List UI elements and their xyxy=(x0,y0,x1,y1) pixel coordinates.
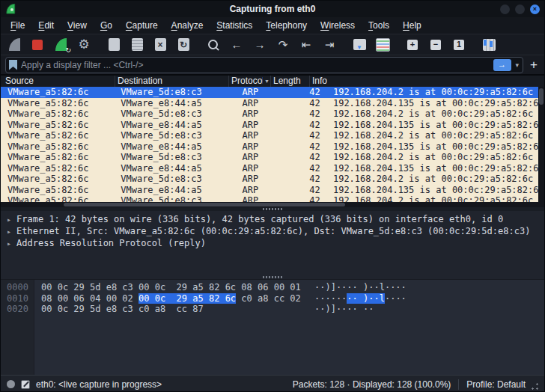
column-header-source[interactable]: Source ▼ xyxy=(1,76,115,87)
column-header-destination[interactable]: Destination ▼ xyxy=(115,76,229,87)
hex-bytes[interactable]: 00 0c 29 5d e8 c3 c0 a8 cc 87 xyxy=(41,304,301,315)
menu-item-view[interactable]: View xyxy=(61,18,94,33)
cell-length: 42 xyxy=(287,174,326,185)
hex-line[interactable]: 001008 00 06 04 00 02 00 0c 29 a5 82 6c … xyxy=(1,293,544,304)
packet-row[interactable]: VMware_a5:82:6c VMware_e8:44:a5 ARP 42 1… xyxy=(1,163,544,174)
detail-tree-line[interactable]: ▸Frame 1: 42 bytes on wire (336 bits), 4… xyxy=(1,213,544,225)
hex-ascii[interactable]: ········ )··l···· xyxy=(314,293,407,304)
cell-destination: VMware_e8:44:a5 xyxy=(121,141,234,153)
zoom-out-button[interactable]: − xyxy=(427,37,445,53)
column-header-protocol[interactable]: Protocol ▼ xyxy=(229,76,271,87)
bookmark-icon[interactable] xyxy=(9,60,17,70)
add-filter-button[interactable]: + xyxy=(528,58,540,71)
expand-triangle-icon[interactable]: ▸ xyxy=(7,215,11,224)
resize-grip[interactable] xyxy=(532,383,538,390)
close-file-button[interactable]: × xyxy=(151,37,169,53)
reload-file-button[interactable]: ↻ xyxy=(174,37,192,53)
stop-capture-button[interactable] xyxy=(28,37,46,53)
column-header-length[interactable]: Length ▼ xyxy=(271,76,310,87)
colorize-button[interactable] xyxy=(374,37,392,53)
hex-ascii[interactable]: ··)]···· )··l···· xyxy=(314,282,407,293)
restart-capture-button[interactable] xyxy=(52,37,70,53)
packet-list-vertical-scrollbar[interactable] xyxy=(538,87,544,207)
auto-scroll-button[interactable] xyxy=(350,37,368,53)
go-back-button[interactable]: ← xyxy=(228,37,246,53)
menu-item-label: Analyze xyxy=(171,20,204,31)
packet-row[interactable]: VMware_a5:82:6c VMware_5d:e8:c3 ARP 42 1… xyxy=(1,174,544,185)
menu-item-label: Telephony xyxy=(266,20,307,31)
hex-dump-pane: 000000 0c 29 5d e8 c3 00 0c 29 a5 82 6c … xyxy=(1,280,544,375)
detail-tree-line[interactable]: ▸Ethernet II, Src: VMware_a5:82:6c (00:0… xyxy=(1,225,544,237)
go-last-packet-button[interactable]: ⇥ xyxy=(320,37,338,53)
hex-bytes[interactable]: 00 0c 29 5d e8 c3 00 0c 29 a5 82 6c 08 0… xyxy=(41,282,301,293)
packet-row[interactable]: VMware_a5:82:6c VMware_5d:e8:c3 ARP 42 1… xyxy=(1,130,544,141)
cell-length: 42 xyxy=(287,120,326,131)
menu-item-file[interactable]: File xyxy=(4,18,31,33)
apply-arrow-icon: → xyxy=(498,60,506,69)
open-file-button[interactable] xyxy=(105,37,123,53)
minimize-button[interactable] xyxy=(500,4,510,14)
zoom-100-button[interactable]: 1 xyxy=(450,37,468,53)
profile-text[interactable]: Profile: Default xyxy=(466,379,526,390)
menu-item-edit[interactable]: Edit xyxy=(31,18,61,33)
display-filter-input[interactable] xyxy=(21,60,490,70)
cell-protocol: ARP xyxy=(240,174,281,185)
capture-options-button[interactable]: ⚙ xyxy=(75,37,93,53)
go-to-packet-button[interactable]: ↷ xyxy=(274,37,292,53)
resize-columns-button[interactable] xyxy=(480,37,498,53)
hex-line[interactable]: 000000 0c 29 5d e8 c3 00 0c 29 a5 82 6c … xyxy=(1,282,544,293)
packet-row[interactable]: VMware_a5:82:6c VMware_e8:44:a5 ARP 42 1… xyxy=(1,185,544,196)
save-file-button[interactable] xyxy=(128,37,146,53)
capture-status-text: eth0: <live capture in progress> xyxy=(36,379,162,390)
menu-item-statistics[interactable]: Statistics xyxy=(210,18,259,33)
apply-filter-button[interactable]: → xyxy=(493,59,511,71)
menu-item-analyze[interactable]: Analyze xyxy=(165,18,210,33)
close-button[interactable]: × xyxy=(530,4,540,14)
filter-bar: → ▾ + xyxy=(1,55,544,76)
hex-ascii[interactable]: ··)]···· ·· xyxy=(314,304,374,314)
horizontal-scrollbar-thumb[interactable] xyxy=(64,203,345,206)
expand-triangle-icon[interactable]: ▸ xyxy=(7,239,11,248)
hex-line[interactable]: 002000 0c 29 5d e8 c3 c0 a8 cc 87··)]···… xyxy=(1,304,544,315)
capture-comment-icon[interactable] xyxy=(21,380,30,389)
find-packet-button[interactable] xyxy=(204,37,222,53)
start-capture-button[interactable] xyxy=(5,37,23,53)
packet-rows: VMware_a5:82:6c VMware_5d:e8:c3 ARP 42 1… xyxy=(1,87,544,207)
expert-info-icon[interactable] xyxy=(7,380,15,388)
cell-destination: VMware_e8:44:a5 xyxy=(121,98,234,109)
filter-apply-dropdown-caret[interactable]: ▾ xyxy=(515,61,520,69)
menu-item-wireless[interactable]: Wireless xyxy=(314,18,362,33)
cell-info: 192.168.204.2 is at 00:0c:29:a5:82:6c xyxy=(332,87,533,98)
detail-tree-line[interactable]: ▸Address Resolution Protocol (reply) xyxy=(1,237,544,249)
cell-info: 192.168.204.135 is at 00:0c:29:a5:82:6c … xyxy=(332,163,544,174)
menu-item-help[interactable]: Help xyxy=(396,18,428,33)
cell-source: VMware_a5:82:6c xyxy=(1,163,115,174)
cell-protocol: ARP xyxy=(240,120,281,131)
main-toolbar: ⚙ × ↻ ← xyxy=(1,34,544,55)
packet-count-text: Packets: 128 · Displayed: 128 (100.0%) xyxy=(293,379,451,390)
menu-item-tools[interactable]: Tools xyxy=(362,18,396,33)
maximize-button[interactable] xyxy=(515,4,525,14)
zoom-in-button[interactable]: + xyxy=(404,37,421,53)
menu-item-go[interactable]: Go xyxy=(94,18,119,33)
packet-row[interactable]: VMware_a5:82:6c VMware_e8:44:a5 ARP 42 1… xyxy=(1,120,544,131)
packet-list-pane: Source ▼ Destination ▼ Protocol ▼ Length… xyxy=(1,76,544,207)
vertical-scrollbar-thumb[interactable] xyxy=(539,88,544,105)
packet-row[interactable]: VMware_a5:82:6c VMware_5d:e8:c3 ARP 42 1… xyxy=(1,87,544,98)
cell-protocol: ARP xyxy=(240,98,281,109)
packet-row[interactable]: VMware_a5:82:6c VMware_e8:44:a5 ARP 42 1… xyxy=(1,141,544,153)
hex-bytes[interactable]: 08 00 06 04 00 02 00 0c 29 a5 82 6c c0 a… xyxy=(41,293,301,304)
cell-destination: VMware_5d:e8:c3 xyxy=(121,130,234,141)
packet-list-horizontal-scrollbar[interactable] xyxy=(1,202,538,207)
packet-row[interactable]: VMware_a5:82:6c VMware_5d:e8:c3 ARP 42 1… xyxy=(1,152,544,163)
menu-item-capture[interactable]: Capture xyxy=(119,18,165,33)
go-first-packet-button[interactable]: ⇤ xyxy=(297,37,315,53)
menu-item-telephony[interactable]: Telephony xyxy=(259,18,314,33)
packet-row[interactable]: VMware_a5:82:6c VMware_5d:e8:c3 ARP 42 1… xyxy=(1,108,544,120)
display-filter-field[interactable]: → ▾ xyxy=(5,57,523,73)
packet-row[interactable]: VMware_a5:82:6c VMware_e8:44:a5 ARP 42 1… xyxy=(1,98,544,109)
expand-triangle-icon[interactable]: ▸ xyxy=(7,227,11,236)
column-header-info[interactable]: Info ▼ xyxy=(310,76,544,87)
go-forward-button[interactable]: → xyxy=(251,37,269,53)
packet-list-header: Source ▼ Destination ▼ Protocol ▼ Length… xyxy=(1,76,544,87)
